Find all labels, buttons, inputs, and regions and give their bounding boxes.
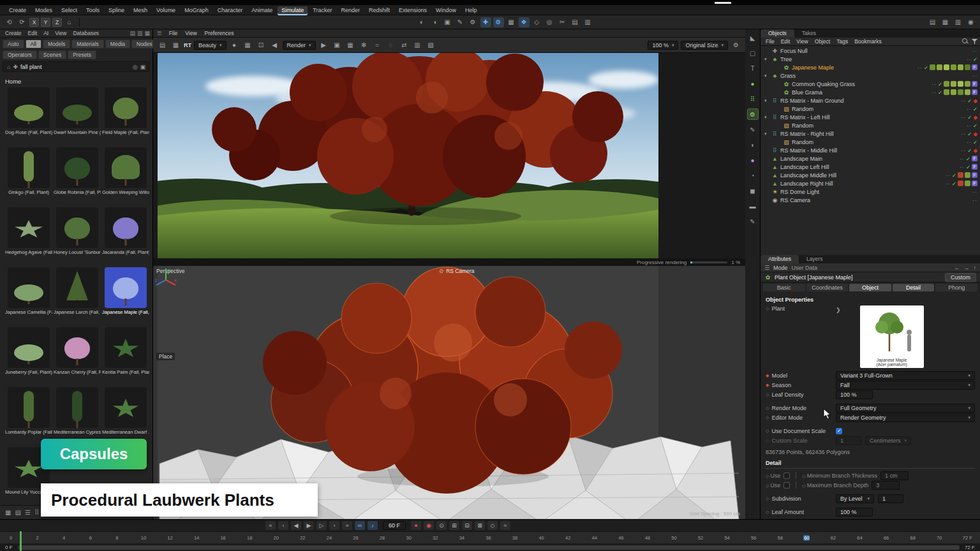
- browser-view-icon[interactable]: ▥: [137, 30, 143, 36]
- plant-thumb-image[interactable]: [56, 327, 98, 368]
- visibility-dots[interactable]: [917, 64, 923, 71]
- expander-icon[interactable]: [764, 57, 769, 62]
- timeline-tick[interactable]: 16: [220, 535, 226, 541]
- visibility-dots[interactable]: [932, 81, 937, 87]
- toolbar-icon[interactable]: ◇: [531, 17, 542, 27]
- object-label[interactable]: RS Matrix - Right Hill: [780, 131, 834, 137]
- timeline-tick[interactable]: 32: [432, 535, 438, 541]
- plant-thumb-image[interactable]: [8, 87, 50, 128]
- menu-item[interactable]: View: [182, 30, 200, 36]
- transport-button[interactable]: »: [342, 521, 352, 530]
- object-tree-row[interactable]: Landscape Left Hill F: [761, 163, 980, 171]
- enabled-check-icon[interactable]: [967, 114, 972, 121]
- plant-thumb-image[interactable]: [105, 267, 147, 308]
- timeline-ruler[interactable]: 0246810121416182022242628303234363840424…: [0, 531, 980, 543]
- object-tree-row[interactable]: RS Camera F: [761, 196, 980, 204]
- timeline-tick[interactable]: 70: [936, 535, 942, 541]
- plant-thumbnail[interactable]: Field Maple (Fall, Plant): [102, 87, 149, 146]
- material-chip[interactable]: [937, 64, 942, 70]
- target-icon[interactable]: ◎: [133, 64, 138, 70]
- object-label[interactable]: Landscape Main: [780, 156, 822, 162]
- render-toolbar-icon[interactable]: ✻: [359, 40, 369, 50]
- toolbar-icon[interactable]: ❖: [519, 17, 530, 27]
- material-chip[interactable]: [958, 81, 963, 87]
- object-tree-row[interactable]: Common Quaking Grass F: [761, 80, 980, 88]
- timeline-tick[interactable]: 68: [910, 535, 916, 541]
- transport-button[interactable]: ∞: [355, 521, 365, 530]
- plant-thumb-image[interactable]: [56, 147, 98, 188]
- nav-icon[interactable]: →: [964, 265, 970, 271]
- object-label[interactable]: Random: [792, 139, 813, 145]
- timeline-tick[interactable]: 56: [750, 535, 757, 541]
- timeline-tick[interactable]: 34: [459, 535, 465, 541]
- menu-item[interactable]: Tracker: [309, 6, 336, 14]
- toolbar-icon[interactable]: ⟲: [4, 17, 15, 27]
- transport-button[interactable]: ‹: [278, 521, 288, 530]
- enabled-check-icon[interactable]: [952, 172, 956, 179]
- plant-thumb-image[interactable]: [8, 207, 50, 248]
- object-tree-row[interactable]: RS Matrix - Main Ground F: [761, 96, 980, 105]
- menu-item[interactable]: File: [166, 30, 181, 36]
- enabled-check-icon[interactable]: [938, 89, 942, 96]
- menu-item[interactable]: Character: [214, 6, 247, 14]
- expander-icon[interactable]: [764, 131, 769, 136]
- side-tool-icon[interactable]: ⠿: [747, 93, 759, 105]
- enabled-check-icon[interactable]: [924, 64, 928, 71]
- menu-item[interactable]: Edit: [778, 38, 793, 45]
- layout-icon[interactable]: ▤: [927, 17, 938, 27]
- enabled-check-icon[interactable]: [973, 122, 977, 129]
- record-button[interactable]: ●: [411, 521, 421, 530]
- enabled-check-icon[interactable]: [973, 106, 977, 112]
- plant-thumbnail[interactable]: Japanese Maple (Fall, ...: [102, 267, 149, 326]
- visibility-dots[interactable]: [967, 139, 972, 145]
- menu-item[interactable]: Preferences: [202, 30, 237, 36]
- menu-item[interactable]: Databases: [70, 30, 101, 36]
- menu-item[interactable]: Object: [812, 38, 833, 45]
- menu-item[interactable]: Select: [57, 6, 81, 14]
- material-chip[interactable]: [965, 180, 970, 186]
- home-icon[interactable]: ⌂: [7, 64, 10, 70]
- panel-tab[interactable]: Attributes: [761, 255, 799, 263]
- enabled-check-icon[interactable]: [967, 98, 972, 104]
- plant-thumb-image[interactable]: [105, 207, 147, 248]
- enabled-check-icon[interactable]: [967, 131, 972, 137]
- timeline-tick[interactable]: 44: [591, 535, 598, 541]
- timeline-tick[interactable]: 48: [644, 535, 651, 541]
- toolbar-icon[interactable]: ✂: [557, 17, 568, 27]
- plant-thumb-image[interactable]: [8, 387, 50, 428]
- object-label[interactable]: RS Matrix - Middle Hill: [780, 147, 837, 154]
- plant-thumbnail[interactable]: Mediterranean Dwarf ...: [102, 387, 149, 446]
- view-mode-icon[interactable]: ☰: [25, 509, 31, 516]
- enabled-check-icon[interactable]: [952, 180, 956, 187]
- render-toolbar-icon[interactable]: ▥: [412, 40, 423, 50]
- perspective-viewport[interactable]: Perspective ⊙ RS Camera Place Grid Spaci…: [153, 266, 745, 519]
- timeline-tick[interactable]: 12: [167, 535, 173, 541]
- enabled-check-icon[interactable]: [966, 156, 970, 162]
- menu-item[interactable]: Create: [3, 30, 24, 36]
- view-mode-icon[interactable]: ⠿: [34, 509, 39, 516]
- material-chip[interactable]: [958, 172, 963, 178]
- menu-item[interactable]: AI: [41, 30, 51, 36]
- timeline-tick[interactable]: 28: [379, 535, 385, 541]
- toolbar-icon[interactable]: ⌂: [64, 17, 75, 27]
- leaf-amount-field[interactable]: 100 %: [836, 508, 873, 517]
- menu-item[interactable]: Window: [432, 6, 460, 14]
- panel-tab[interactable]: Layers: [799, 255, 831, 263]
- timeline-tick[interactable]: 46: [618, 535, 624, 541]
- timeline-tick[interactable]: 36: [485, 535, 491, 541]
- side-tool-icon[interactable]: ✎: [747, 124, 759, 135]
- filter-tab[interactable]: All: [26, 40, 41, 48]
- plant-thumbnail[interactable]: Japanese Camellia (Fal...: [5, 267, 52, 326]
- layout-icon[interactable]: ▥: [953, 17, 963, 27]
- pass-dropdown[interactable]: Beauty: [194, 41, 226, 50]
- toolbar-icon[interactable]: ◑: [429, 17, 440, 27]
- menu-item[interactable]: File: [763, 38, 777, 45]
- category-tab[interactable]: Coordinates: [806, 284, 849, 291]
- visibility-dots[interactable]: [972, 197, 977, 203]
- material-chip[interactable]: [944, 64, 949, 70]
- timeline-scroll-track[interactable]: [18, 545, 960, 550]
- view-mode-icon[interactable]: ▦: [5, 509, 11, 516]
- plant-thumbnail[interactable]: Globe Robinia (Fall, Pl...: [54, 147, 101, 206]
- plant-thumbnail[interactable]: Kentia Palm (Fall, Plant): [102, 327, 149, 386]
- editor-mode-dropdown[interactable]: Render Geometry: [836, 413, 975, 422]
